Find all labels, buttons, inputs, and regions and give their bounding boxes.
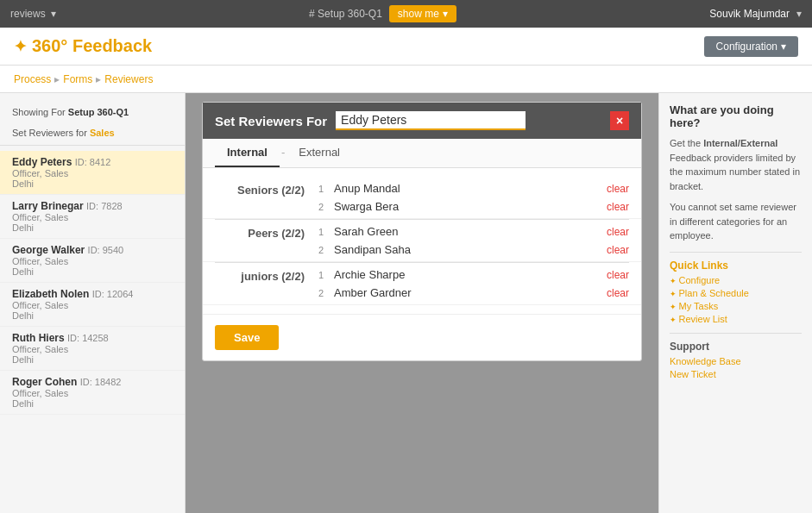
clear-button[interactable]: clear [607,183,629,195]
left-panel: Showing For Setup 360-Q1 Set Reviewers f… [0,93,186,513]
content-area: Showing For Setup 360-Q1 Set Reviewers f… [0,93,812,513]
entry-row: 1 Archie Sharpe clear [318,266,629,283]
category-entries: 1 Archie Sharpe clear 2 Amber Gardner cl… [318,266,629,301]
showing-for: Showing For Setup 360-Q1 [0,102,185,122]
quick-link[interactable]: Review List [670,314,802,324]
person-role: Officer, Sales [12,168,173,178]
username-label: Souvik Majumdar [709,8,790,20]
employee-name-input[interactable] [336,111,526,130]
person-dept: Delhi [12,310,173,321]
person-list: Eddy Peters ID: 8412 Officer, Sales Delh… [0,151,185,415]
person-item[interactable]: Elizabeth Nolen ID: 12064 Officer, Sales… [0,283,185,327]
entry-name: Sandipan Saha [334,243,607,256]
person-role: Officer, Sales [12,212,173,222]
person-name: Eddy Peters ID: 8412 [12,156,173,168]
right-panel: What are you doing here? Get the Interna… [658,93,812,513]
person-role: Officer, Sales [12,256,173,266]
reviews-label[interactable]: reviews [10,8,46,20]
quick-links-title: Quick Links [670,252,802,272]
nav-reviewers[interactable]: Reviewers [104,73,153,85]
main-area: Set Reviewers For × Internal - External … [186,93,658,513]
quick-links: ConfigurePlan & ScheduleMy TasksReview L… [670,275,802,324]
entry-num: 2 [318,288,334,298]
top-bar: reviews ▾ # Setup 360-Q1 show me ▾ Souvi… [0,0,812,28]
modal: Set Reviewers For × Internal - External … [202,102,642,361]
nav-bar: Process ▸ Forms ▸ Reviewers [0,66,812,93]
tab-external[interactable]: External [286,139,352,167]
category-row: juniors (2/2) 1 Archie Sharpe clear 2 Am… [203,263,641,305]
person-role: Officer, Sales [12,300,173,310]
quick-link[interactable]: My Tasks [670,301,802,311]
clear-button[interactable]: clear [607,201,629,213]
entry-num: 1 [318,270,334,280]
category-entries: 1 Anup Mandal clear 2 Swarga Bera clear [318,180,629,215]
quick-link[interactable]: Configure [670,275,802,285]
person-name: Roger Cohen ID: 18482 [12,376,173,388]
tab-internal[interactable]: Internal [215,139,280,167]
modal-close-button[interactable]: × [610,111,629,130]
modal-body: Seniors (2/2) 1 Anup Mandal clear 2 Swar… [203,168,641,314]
support-link[interactable]: New Ticket [670,369,802,379]
person-item[interactable]: Roger Cohen ID: 18482 Officer, Sales Del… [0,371,185,415]
person-name: Ruth Hiers ID: 14258 [12,332,173,344]
nav-sep-2: ▸ [96,73,101,85]
person-item[interactable]: Eddy Peters ID: 8412 Officer, Sales Delh… [0,151,185,195]
config-dropdown-icon: ▾ [781,41,786,53]
support-link[interactable]: Knowledge Base [670,356,802,366]
save-button[interactable]: Save [215,325,279,350]
configuration-button[interactable]: Configuration ▾ [704,36,798,57]
person-item[interactable]: Larry Brinegar ID: 7828 Officer, Sales D… [0,195,185,239]
show-me-dropdown-icon: ▾ [443,8,448,20]
star-icon: ✦ [14,37,27,56]
person-dept: Delhi [12,266,173,277]
modal-footer: Save [203,314,641,360]
setup-label: # Setup 360-Q1 [309,8,382,20]
person-role: Officer, Sales [12,344,173,354]
quick-link[interactable]: Plan & Schedule [670,288,802,298]
entry-name: Amber Gardner [334,286,607,299]
clear-button[interactable]: clear [607,287,629,299]
nav-forms[interactable]: Forms [63,73,92,85]
person-role: Officer, Sales [12,388,173,398]
person-name: Larry Brinegar ID: 7828 [12,200,173,212]
category-row: Seniors (2/2) 1 Anup Mandal clear 2 Swar… [203,177,641,219]
entry-num: 1 [318,184,334,194]
person-dept: Delhi [12,222,173,233]
set-reviewers-value: Sales [90,128,115,138]
support-title: Support [670,333,802,353]
entry-name: Sarah Green [334,225,607,238]
entry-row: 2 Sandipan Saha clear [318,241,629,258]
entry-num: 2 [318,245,334,255]
main-header: ✦ 360° Feedback Configuration ▾ [0,28,812,66]
modal-header: Set Reviewers For × [203,103,641,139]
showing-for-value: Setup 360-Q1 [68,107,129,117]
clear-button[interactable]: clear [607,244,629,256]
clear-button[interactable]: clear [607,269,629,281]
nav-process[interactable]: Process [14,73,51,85]
entry-name: Swarga Bera [334,200,607,213]
modal-tabs: Internal - External [203,139,641,168]
show-me-button[interactable]: show me ▾ [389,5,456,22]
modal-header-title: Set Reviewers For [215,111,526,130]
category-name: juniors (2/2) [215,266,318,283]
app-title: ✦ 360° Feedback [14,36,152,56]
category-name: Peers (2/2) [215,223,318,240]
person-item[interactable]: Ruth Hiers ID: 14258 Officer, Sales Delh… [0,327,185,371]
person-name: Elizabeth Nolen ID: 12064 [12,288,173,300]
category-name: Seniors (2/2) [215,180,318,197]
entry-name: Archie Sharpe [334,268,607,281]
user-dropdown-icon[interactable]: ▾ [796,8,802,20]
set-reviewers-for: Set Reviewers for Sales [0,124,185,146]
tab-sep: - [280,139,286,167]
entry-row: 1 Anup Mandal clear [318,180,629,197]
entry-name: Anup Mandal [334,182,607,195]
modal-overlay: Set Reviewers For × Internal - External … [186,93,658,513]
help-text: Get the Internal/External Feedback provi… [670,136,802,193]
entry-row: 2 Swarga Bera clear [318,198,629,215]
person-item[interactable]: George Walker ID: 9540 Officer, Sales De… [0,239,185,283]
reviews-dropdown-icon[interactable]: ▾ [51,8,56,20]
support-links: Knowledge BaseNew Ticket [670,356,802,379]
clear-button[interactable]: clear [607,226,629,238]
person-dept: Delhi [12,398,173,409]
entry-num: 2 [318,202,334,212]
